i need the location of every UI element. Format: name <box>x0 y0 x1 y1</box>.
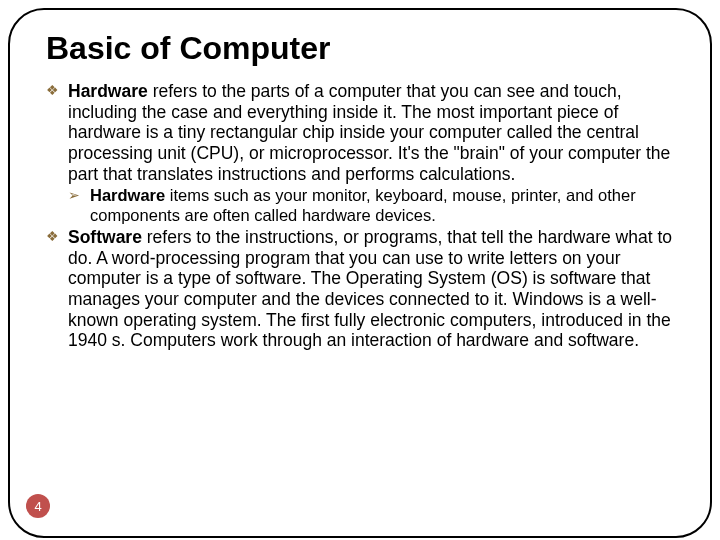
software-text: refers to the instructions, or programs,… <box>68 227 672 350</box>
diamond-bullet-icon: ❖ <box>46 82 59 99</box>
slide-title: Basic of Computer <box>46 30 674 67</box>
arrow-bullet-icon: ➢ <box>68 187 80 204</box>
slide-frame: Basic of Computer ❖ Hardware refers to t… <box>8 8 712 538</box>
hardware-sub-text: items such as your monitor, keyboard, mo… <box>90 186 636 223</box>
bullet-hardware-sub: ➢ Hardware items such as your monitor, k… <box>68 186 674 225</box>
diamond-bullet-icon: ❖ <box>46 228 59 245</box>
page-number-badge: 4 <box>26 494 50 518</box>
bullet-hardware: ❖ Hardware refers to the parts of a comp… <box>46 81 674 184</box>
hardware-text: refers to the parts of a computer that y… <box>68 81 670 184</box>
slide-content: ❖ Hardware refers to the parts of a comp… <box>46 81 674 351</box>
hardware-bold: Hardware <box>68 81 148 101</box>
bullet-software: ❖ Software refers to the instructions, o… <box>46 227 674 351</box>
hardware-sub-bold: Hardware <box>90 186 165 204</box>
software-bold: Software <box>68 227 142 247</box>
